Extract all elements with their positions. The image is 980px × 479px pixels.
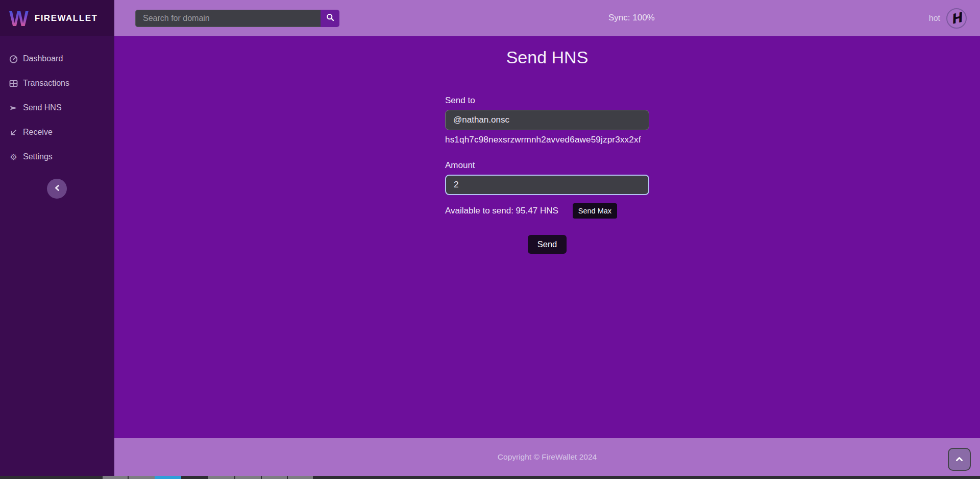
amount-field: Amount Available to send: 95.47 HNS Send…: [445, 160, 649, 219]
page-title: Send HNS: [114, 47, 980, 67]
sidebar-item-settings[interactable]: ⚙ Settings: [0, 145, 114, 169]
send-to-input[interactable]: [445, 110, 649, 130]
sync-status: Sync: 100%: [608, 13, 655, 23]
sidebar-item-send-hns[interactable]: Send HNS: [0, 95, 114, 120]
available-row: Available to send: 95.47 HNS Send Max: [445, 203, 649, 219]
sidebar-item-label: Send HNS: [23, 103, 62, 112]
handshake-logo-icon[interactable]: H: [946, 8, 967, 29]
wallet-name: hot: [929, 14, 940, 23]
sidebar-item-label: Settings: [23, 152, 53, 161]
main-content: Send HNS Send to hs1qh7c98nexsrzwrmnh2av…: [114, 36, 980, 438]
brand-name: FIREWALLET: [35, 13, 98, 23]
taskbar-segment[interactable]: [262, 476, 287, 479]
chevron-up-icon: [955, 456, 963, 463]
copyright-text: Copyright © FireWallet 2024: [498, 452, 597, 462]
send-to-label: Send to: [445, 95, 649, 106]
send-to-field: Send to hs1qh7c98nexsrzwrmnh2avved6awe59…: [445, 95, 649, 145]
brand-header[interactable]: W FIREWALLET: [0, 0, 114, 36]
wallet-switcher: hot H: [929, 0, 967, 36]
taskbar-segment[interactable]: [181, 476, 208, 479]
footer: Copyright © FireWallet 2024: [114, 438, 980, 476]
amount-input[interactable]: [445, 175, 649, 195]
taskbar-segment[interactable]: [313, 476, 980, 479]
send-plane-icon: [9, 104, 18, 112]
sidebar-item-dashboard[interactable]: Dashboard: [0, 46, 114, 71]
send-button[interactable]: Send: [528, 235, 567, 254]
taskbar-segment[interactable]: [0, 476, 103, 479]
sidebar-collapse-button[interactable]: [47, 179, 67, 199]
send-form: Send to hs1qh7c98nexsrzwrmnh2avved6awe59…: [445, 95, 649, 254]
gear-icon: ⚙: [9, 153, 18, 161]
send-max-button[interactable]: Send Max: [573, 203, 617, 219]
sidebar: W FIREWALLET Dashboard Transactions Send…: [0, 0, 114, 476]
taskbar[interactable]: [0, 476, 980, 479]
search-input[interactable]: [135, 10, 321, 27]
firewallet-logo-icon: W: [9, 8, 29, 29]
search-icon: [326, 13, 334, 23]
search-button[interactable]: [321, 10, 339, 27]
taskbar-segment[interactable]: [103, 476, 128, 479]
taskbar-segment[interactable]: [129, 476, 155, 479]
topbar: Sync: 100% hot H: [114, 0, 980, 36]
sidebar-item-receive[interactable]: Receive: [0, 120, 114, 145]
sidebar-item-label: Transactions: [23, 79, 69, 88]
scroll-to-top-button[interactable]: [948, 448, 971, 471]
sidebar-item-label: Receive: [23, 128, 53, 137]
table-icon: [9, 79, 18, 88]
sidebar-item-transactions[interactable]: Transactions: [0, 71, 114, 95]
dashboard-gauge-icon: [9, 55, 18, 63]
amount-label: Amount: [445, 160, 649, 171]
domain-search: [135, 10, 339, 27]
taskbar-segment[interactable]: [235, 476, 261, 479]
sidebar-nav: Dashboard Transactions Send HNS Receive …: [0, 36, 114, 169]
taskbar-segment[interactable]: [155, 476, 181, 479]
sidebar-item-label: Dashboard: [23, 54, 63, 63]
taskbar-segment[interactable]: [288, 476, 313, 479]
available-balance: Available to send: 95.47 HNS: [445, 206, 558, 216]
taskbar-segment[interactable]: [208, 476, 234, 479]
chevron-left-icon: [54, 184, 60, 193]
receive-arrow-icon: [9, 128, 18, 137]
resolved-address: hs1qh7c98nexsrzwrmnh2avved6awe59jzpr3xx2…: [445, 135, 649, 145]
